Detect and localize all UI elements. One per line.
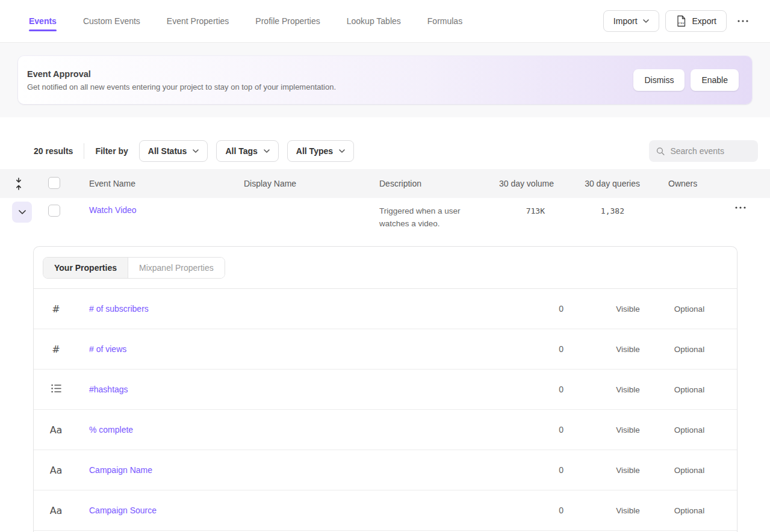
number-type-icon: # xyxy=(50,344,62,355)
property-status: Optional xyxy=(668,345,710,354)
property-visibility: Visible xyxy=(588,345,668,354)
tab-mixpanel-properties[interactable]: Mixpanel Properties xyxy=(128,258,225,278)
column-header-display-name[interactable]: Display Name xyxy=(235,179,373,188)
property-name-link[interactable]: Campaign Source xyxy=(89,506,157,515)
more-options-button[interactable] xyxy=(733,16,753,26)
property-visibility: Visible xyxy=(588,425,668,435)
tab-formulas[interactable]: Formulas xyxy=(427,0,462,42)
column-header-volume[interactable]: 30 day volume xyxy=(482,179,554,188)
chevron-down-icon xyxy=(193,149,199,153)
banner-section: Event Approval Get notified on all new e… xyxy=(0,43,770,117)
banner-title: Event Approval xyxy=(27,69,336,79)
event-row: Watch Video Triggered when a user watche… xyxy=(0,198,770,246)
chevron-down-icon xyxy=(264,149,270,153)
top-navigation: Events Custom Events Event Properties Pr… xyxy=(0,0,770,43)
property-visibility: Visible xyxy=(588,506,668,515)
search-box[interactable] xyxy=(649,140,758,162)
column-header-description[interactable]: Description xyxy=(373,179,482,188)
list-type-icon xyxy=(50,384,62,393)
property-status: Optional xyxy=(668,425,710,435)
tab-lookup-tables[interactable]: Lookup Tables xyxy=(347,0,401,42)
import-button-label: Import xyxy=(613,16,638,26)
text-type-icon: Aa xyxy=(50,424,62,436)
property-visibility: Visible xyxy=(588,305,668,314)
events-table-header: Event Name Display Name Description 30 d… xyxy=(0,169,770,198)
banner-actions: Dismiss Enable xyxy=(633,69,739,91)
collapse-row-button[interactable] xyxy=(12,202,32,223)
row-checkbox[interactable] xyxy=(48,205,60,217)
status-filter-dropdown[interactable]: All Status xyxy=(139,140,208,162)
property-name-link[interactable]: % complete xyxy=(89,425,133,435)
column-header-event-name[interactable]: Event Name xyxy=(72,179,235,188)
tab-events[interactable]: Events xyxy=(29,0,57,42)
property-row: Aa Campaign Name 0 Visible Optional xyxy=(34,450,737,490)
property-queries: 0 xyxy=(491,465,588,475)
import-button[interactable]: Import xyxy=(603,10,659,32)
property-status: Optional xyxy=(668,466,710,475)
chevron-down-icon xyxy=(19,210,26,214)
properties-tabs: Your Properties Mixpanel Properties xyxy=(43,257,225,279)
nav-actions: Import csv Export xyxy=(603,10,753,32)
property-row: # # of views 0 Visible Optional xyxy=(34,329,737,370)
types-filter-dropdown[interactable]: All Types xyxy=(287,140,354,162)
divider xyxy=(84,143,84,159)
export-button[interactable]: csv Export xyxy=(665,10,727,32)
chevron-down-icon xyxy=(643,19,649,23)
column-header-owners[interactable]: Owners xyxy=(640,179,710,188)
property-queries: 0 xyxy=(491,385,588,394)
property-row: #hashtags 0 Visible Optional xyxy=(34,370,737,410)
collapse-all-button[interactable] xyxy=(14,178,23,190)
property-name-link[interactable]: #hashtags xyxy=(89,385,128,394)
status-filter-label: All Status xyxy=(148,146,187,156)
event-name-link[interactable]: Watch Video xyxy=(89,205,137,215)
event-queries: 1,382 xyxy=(554,206,640,215)
property-queries: 0 xyxy=(491,506,588,515)
tab-profile-properties[interactable]: Profile Properties xyxy=(255,0,320,42)
event-actions-button[interactable] xyxy=(731,204,750,211)
enable-button[interactable]: Enable xyxy=(691,69,739,91)
lexicon-tabs: Events Custom Events Event Properties Pr… xyxy=(29,0,462,42)
tab-your-properties[interactable]: Your Properties xyxy=(43,258,128,278)
property-row: Aa Campaign Source 0 Visible Optional xyxy=(34,490,737,531)
banner-description: Get notified on all new events entering … xyxy=(27,82,336,91)
tags-filter-label: All Tags xyxy=(225,146,257,156)
text-type-icon: Aa xyxy=(50,505,62,516)
event-volume: 713K xyxy=(482,206,554,215)
property-visibility: Visible xyxy=(588,466,668,475)
ellipsis-icon xyxy=(735,206,746,209)
properties-list: # # of subscribers 0 Visible Optional # … xyxy=(34,289,737,531)
types-filter-label: All Types xyxy=(296,146,333,156)
select-all-checkbox[interactable] xyxy=(48,177,60,189)
event-description: Triggered when a user watches a video. xyxy=(373,205,482,230)
dismiss-button[interactable]: Dismiss xyxy=(633,69,685,91)
column-header-queries[interactable]: 30 day queries xyxy=(554,179,640,188)
search-input[interactable] xyxy=(670,146,751,156)
property-name-link[interactable]: # of views xyxy=(89,344,126,354)
svg-text:csv: csv xyxy=(678,21,685,25)
property-name-link[interactable]: # of subscribers xyxy=(89,304,149,314)
properties-tabbar: Your Properties Mixpanel Properties xyxy=(34,247,737,289)
filter-by-label: Filter by xyxy=(95,146,128,156)
property-status: Optional xyxy=(668,385,710,394)
tab-event-properties[interactable]: Event Properties xyxy=(167,0,229,42)
property-queries: 0 xyxy=(491,344,588,354)
property-status: Optional xyxy=(668,305,710,314)
tags-filter-dropdown[interactable]: All Tags xyxy=(216,140,278,162)
property-status: Optional xyxy=(668,506,710,515)
collapse-all-icon xyxy=(14,178,23,190)
results-count: 20 results xyxy=(34,146,73,156)
property-name-link[interactable]: Campaign Name xyxy=(89,465,152,475)
chevron-down-icon xyxy=(339,149,345,153)
search-icon xyxy=(656,146,665,156)
property-queries: 0 xyxy=(491,425,588,435)
event-approval-banner: Event Approval Get notified on all new e… xyxy=(18,56,752,104)
properties-panel: Your Properties Mixpanel Properties # # … xyxy=(33,246,737,532)
number-type-icon: # xyxy=(50,303,62,315)
tab-custom-events[interactable]: Custom Events xyxy=(83,0,140,42)
property-row: Aa % complete 0 Visible Optional xyxy=(34,410,737,450)
export-button-label: Export xyxy=(692,16,716,26)
banner-text: Event Approval Get notified on all new e… xyxy=(27,69,336,91)
filter-row: 20 results Filter by All Status All Tags… xyxy=(34,140,758,162)
ellipsis-icon xyxy=(737,20,748,22)
property-visibility: Visible xyxy=(588,385,668,394)
